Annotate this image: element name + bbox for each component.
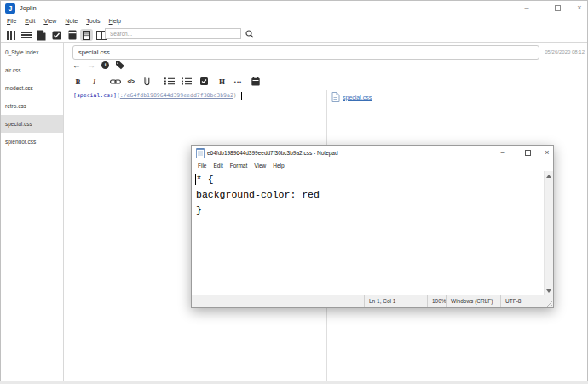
new-note-icon (37, 30, 46, 41)
new-note-button[interactable] (35, 29, 48, 41)
numbered-list-icon (164, 77, 175, 85)
notepad-menu-format[interactable]: Format (227, 161, 251, 171)
code-line: background-color: red (196, 187, 320, 203)
status-zoom-level: 100% (427, 295, 446, 307)
preview-resource-link[interactable]: special.css (343, 95, 372, 100)
search-input[interactable] (105, 28, 241, 39)
notepad-window-title: e64fdb1989644d399eedd7f30bc3b9a2.css - N… (207, 150, 338, 156)
bulleted-list-icon (182, 77, 192, 85)
back-button[interactable]: ← (72, 60, 81, 71)
note-nav-row: ← → i (72, 60, 125, 71)
markdown-link-url: :/e64fdb1989644d399eedd7f30bc3b9a2 (120, 92, 233, 99)
joplin-window-title: Joplin (20, 4, 37, 12)
italic-button[interactable]: I (89, 76, 100, 87)
toggle-editor-layout-button[interactable] (80, 29, 93, 41)
notepad-window: e64fdb1989644d399eedd7f30bc3b9a2.css - N… (191, 145, 554, 308)
note-item-modest-css[interactable]: modest.css (1, 79, 63, 97)
sidebar-toggle-icon (7, 31, 15, 40)
joplin-close-button[interactable]: × (574, 3, 585, 12)
toggle-sidebar-button[interactable] (4, 29, 17, 41)
status-encoding: UTF-8 (500, 295, 553, 307)
notepad-menu-view[interactable]: View (251, 161, 269, 171)
new-notebook-icon (68, 30, 77, 40)
note-item-special-css[interactable]: special.css (1, 115, 63, 133)
new-todo-icon (52, 31, 61, 40)
code-button[interactable]: </> (125, 76, 136, 87)
joplin-window: J Joplin – × File Edit View Note Tools H… (0, 0, 588, 381)
joplin-maximize-button[interactable] (551, 3, 563, 13)
layout-icon (83, 31, 90, 40)
menu-help[interactable]: Help (105, 16, 125, 26)
heading-button[interactable]: H (216, 76, 228, 87)
notepad-close-button[interactable]: × (541, 148, 553, 157)
maximize-icon (525, 150, 531, 156)
note-item-style-index[interactable]: 0_Style Index (1, 43, 63, 61)
notepad-menu-help[interactable]: Help (269, 161, 287, 171)
tag-icon (115, 60, 125, 70)
new-notebook-button[interactable] (66, 29, 78, 41)
joplin-app-icon: J (5, 3, 15, 14)
new-todo-button[interactable] (50, 29, 63, 41)
menu-file[interactable]: File (3, 16, 20, 26)
menu-edit[interactable]: Edit (20, 16, 39, 26)
note-title-input[interactable] (72, 45, 539, 60)
forward-button[interactable]: → (87, 60, 95, 71)
note-list-icon (21, 30, 32, 39)
paperclip-icon (143, 77, 151, 86)
note-updated-date: 05/26/2020 08:12 (545, 49, 585, 54)
numbered-list-button[interactable] (164, 76, 175, 87)
joplin-minimize-button[interactable]: – (521, 3, 533, 12)
note-properties-icon[interactable]: i (101, 61, 109, 69)
preview-pane-link-row: special.css (331, 92, 372, 102)
format-toolbar: B I </> (72, 75, 261, 88)
checkbox-icon (200, 77, 208, 85)
notepad-menu-bar: File Edit Format View Help (194, 161, 288, 171)
notepad-minimize-button[interactable]: – (497, 148, 509, 157)
maximize-icon (555, 5, 561, 11)
notepad-vertical-scrollbar[interactable] (544, 171, 553, 296)
checkbox-button[interactable] (199, 76, 210, 87)
note-item-retro-css[interactable]: retro.css (1, 97, 63, 115)
scroll-down-icon[interactable] (546, 289, 551, 293)
status-cursor-position: Ln 1, Col 1 (364, 295, 427, 307)
notepad-status-bar: Ln 1, Col 1 100% Windows (CRLF) UTF-8 (192, 295, 553, 307)
search-icon[interactable] (245, 30, 254, 38)
code-line: * { (196, 172, 320, 187)
calendar-icon (251, 77, 260, 86)
menu-note[interactable]: Note (61, 16, 82, 26)
status-line-ending: Windows (CRLF) (446, 295, 500, 307)
bulleted-list-button[interactable] (181, 76, 192, 87)
note-list-sidebar: 0_Style Index air.css modest.css retro.c… (1, 43, 64, 381)
notepad-menu-file[interactable]: File (194, 161, 210, 171)
scroll-up-icon[interactable] (546, 175, 551, 178)
markdown-link-label: [special.css] (73, 92, 117, 99)
bold-button[interactable]: B (72, 76, 84, 87)
note-item-splendor-css[interactable]: splendor.css (1, 133, 63, 151)
file-icon (331, 92, 340, 102)
toggle-note-list-button[interactable] (20, 29, 32, 41)
menu-tools[interactable]: Tools (82, 16, 104, 26)
code-line: } (196, 203, 320, 218)
notepad-menu-edit[interactable]: Edit (210, 161, 226, 171)
joplin-toolbar (1, 26, 587, 43)
markdown-editor-line[interactable]: [special.css](:/e64fdb1989644d399eedd7f3… (73, 92, 237, 99)
menu-view[interactable]: View (39, 16, 61, 26)
notepad-maximize-button[interactable] (522, 148, 533, 158)
notepad-icon (196, 148, 205, 158)
hyperlink-button[interactable] (110, 76, 121, 87)
notepad-content: * {background-color: red} (196, 172, 320, 218)
tags-button[interactable] (115, 60, 125, 70)
insert-datetime-button[interactable] (250, 76, 261, 87)
notepad-title-bar: e64fdb1989644d399eedd7f30bc3b9a2.css - N… (192, 146, 553, 161)
note-item-air-css[interactable]: air.css (1, 61, 63, 79)
editor-text-cursor (241, 92, 242, 100)
link-icon (110, 78, 121, 85)
joplin-title-bar: J Joplin – × (1, 1, 587, 16)
notepad-text-area[interactable]: * {background-color: red} (192, 171, 553, 296)
joplin-menu-bar: File Edit View Note Tools Help (3, 16, 125, 26)
more-options-button[interactable]: ••• (233, 76, 244, 87)
attach-file-button[interactable] (141, 76, 153, 87)
